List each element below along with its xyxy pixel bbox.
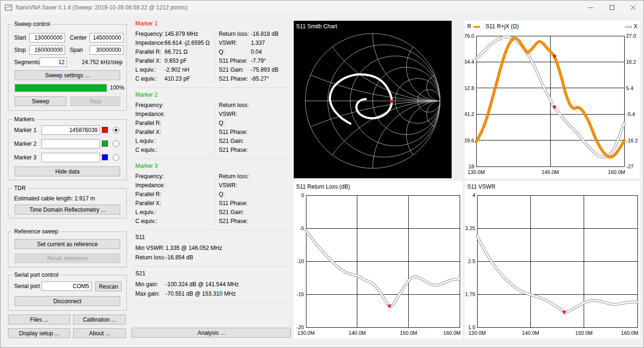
maximize-button[interactable]: [601, 0, 622, 14]
stop-input[interactable]: [29, 45, 65, 55]
set-reference-button[interactable]: Set current as reference: [15, 239, 120, 249]
data-row: Min VSWR:1.335 @ 146.052 MHz: [132, 243, 291, 253]
field-value: -70.551 dB @ 153.310 MHz: [165, 289, 236, 298]
data-row: S21 Gain:: [219, 208, 291, 217]
files-button[interactable]: Files ...: [8, 315, 70, 324]
svg-text:130.0M: 130.0M: [469, 330, 486, 336]
field-value: 0.04: [251, 48, 262, 57]
field-value: -85.27°: [251, 75, 269, 83]
minimize-button[interactable]: [580, 0, 601, 14]
vswr-chart-title: S11 VSWR: [467, 183, 495, 190]
smith-chart[interactable]: S11 Smith Chart: [294, 21, 452, 178]
field-label: VSWR:: [219, 110, 251, 119]
data-row: VSWR:: [219, 181, 291, 190]
stop-button[interactable]: Stop: [70, 96, 120, 106]
data-row: VSWR:1.337: [219, 39, 291, 48]
marker3-color-swatch[interactable]: [102, 154, 108, 160]
data-row: Frequency:: [135, 101, 215, 110]
data-row: Frequency:145.879 MHz: [135, 30, 215, 39]
field-label: Impedance:: [135, 110, 165, 119]
data-row: L equiv.:: [135, 137, 215, 146]
svg-text:-16.2: -16.2: [626, 138, 638, 143]
marker1-color-swatch[interactable]: [102, 127, 108, 133]
data-row: Q:0.04: [219, 48, 291, 57]
marker1-radio[interactable]: [113, 127, 119, 133]
serial-port-input[interactable]: [41, 282, 91, 291]
vswr-chart[interactable]: 43.252.51.751.0130.0M140.0M150.0M160.0M …: [465, 181, 640, 339]
marker2-color-swatch[interactable]: [102, 141, 108, 147]
calibration-button[interactable]: Calibration ...: [73, 315, 126, 324]
svg-text:4: 4: [472, 192, 475, 198]
svg-text:140.0M: 140.0M: [522, 330, 539, 336]
svg-text:140.0M: 140.0M: [348, 330, 366, 336]
svg-text:16.2: 16.2: [626, 59, 636, 65]
field-value: 66.721 Ω: [165, 48, 188, 57]
marker3-section: Marker 3 Frequency:Impedance:Parallel R:…: [132, 159, 291, 230]
marker2-section: Marker 2 Frequency:Impedance:Parallel R:…: [132, 88, 291, 159]
center-input[interactable]: [90, 33, 124, 42]
field-label: C equiv.:: [135, 75, 165, 83]
field-label: Q:: [219, 190, 251, 199]
field-label: Q:: [219, 48, 251, 57]
field-value: 410.23 pF: [165, 75, 190, 83]
sweep-settings-button[interactable]: Sweep settings ...: [15, 70, 120, 80]
marker2-input[interactable]: [41, 139, 100, 149]
tdr-legend: TDR: [12, 185, 28, 191]
data-row: C equiv.:: [135, 217, 215, 226]
rescan-button[interactable]: Rescan: [95, 282, 122, 291]
svg-text:3.25: 3.25: [465, 225, 475, 231]
data-row: Return loss:-16.818 dB: [219, 30, 291, 39]
x-series-legend: X: [623, 23, 637, 30]
return-loss-chart[interactable]: 0-5-10-15-20130.0M140.0M150.0M160.0M S11…: [294, 181, 462, 339]
close-button[interactable]: [622, 0, 644, 14]
reset-reference-button[interactable]: Reset reference: [15, 253, 120, 263]
svg-text:52.8: 52.8: [465, 85, 474, 91]
data-row: L equiv.:: [135, 208, 215, 217]
disconnect-button[interactable]: Disconnect: [15, 296, 120, 306]
progress-percent: 100%: [110, 83, 124, 92]
start-input[interactable]: [29, 33, 65, 42]
field-value: 145.879 MHz: [165, 30, 198, 39]
data-row: Parallel X:: [135, 128, 215, 137]
span-input[interactable]: [90, 45, 124, 55]
reference-sweep-group: Reference sweep Set current as reference…: [8, 232, 127, 267]
field-label: Return loss:: [135, 253, 165, 262]
r-series-legend: R: [467, 23, 482, 30]
marker1-title: Marker 1: [135, 20, 291, 27]
display-setup-button[interactable]: Display setup ...: [8, 328, 70, 338]
segments-label: Segments: [14, 58, 40, 67]
data-row: Parallel R:: [135, 190, 215, 199]
field-label: Impedance:: [135, 39, 165, 48]
markers-group: Markers Marker 1 Marker 2 Marker 3 Hide …: [8, 119, 127, 180]
svg-text:0: 0: [301, 192, 304, 198]
segments-input[interactable]: [40, 58, 67, 67]
tdr-group: TDR Estimated cable length: 2.917 m Time…: [8, 188, 127, 218]
rx-chart-title: S11 R+jX (Ω): [486, 23, 519, 30]
sweep-control-legend: Sweep control: [12, 21, 52, 27]
about-button[interactable]: About ...: [73, 328, 126, 338]
marker1-input[interactable]: [41, 125, 100, 135]
sweep-progress-bar: [15, 84, 107, 92]
data-row: L equiv.:-2.902 nH: [135, 66, 215, 75]
marker3-radio[interactable]: [113, 154, 119, 161]
data-row: S21 Phase:: [219, 217, 291, 226]
sweep-button[interactable]: Sweep: [15, 96, 66, 106]
tdr-button[interactable]: Time Domain Reflectometry ...: [15, 205, 120, 215]
field-label: Parallel R:: [135, 190, 165, 199]
field-label: S21 Phase:: [219, 75, 251, 83]
sweep-control-group: Sweep control Start Center Stop Span Seg…: [8, 24, 127, 111]
marker3-input[interactable]: [41, 153, 100, 162]
marker2-radio[interactable]: [113, 141, 119, 147]
r-legend-dash-icon: [473, 26, 480, 28]
svg-text:41.2: 41.2: [465, 111, 474, 117]
field-label: L equiv.:: [135, 137, 165, 146]
field-label: Parallel X:: [135, 128, 165, 137]
app-icon: [5, 4, 12, 11]
marker1-label: Marker 1: [14, 125, 36, 135]
svg-text:130.0M: 130.0M: [468, 169, 485, 175]
analysis-button[interactable]: Analysis ...: [132, 328, 291, 338]
serial-port-label: Serial port: [14, 282, 40, 291]
rx-chart[interactable]: 76.064.452.841.229.61827.016.25.4-5.4-16…: [465, 21, 640, 178]
field-label: S11 Phase:: [219, 199, 251, 208]
hide-data-button[interactable]: Hide data: [15, 166, 120, 176]
